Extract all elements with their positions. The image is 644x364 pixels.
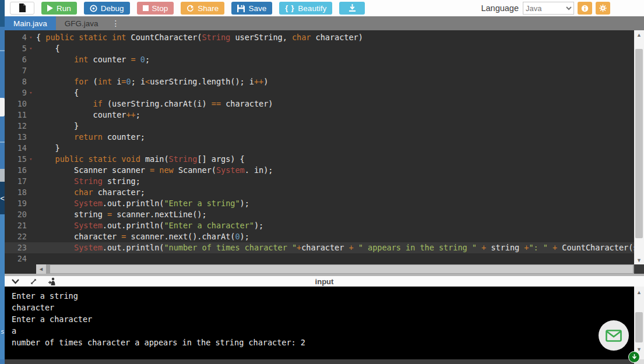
chat-button[interactable] (599, 320, 629, 351)
line-number: 10 (5, 98, 29, 109)
save-label: Save (248, 4, 266, 13)
code-text[interactable]: String string; (36, 176, 634, 187)
info-button[interactable] (578, 2, 592, 15)
code-text[interactable]: System.out.println("Enter a character"); (36, 220, 634, 231)
code-line[interactable]: 8 for (int i=0; i<userString.length(); i… (5, 76, 634, 87)
collapse-console-button[interactable] (12, 279, 19, 284)
fold-caret-icon[interactable]: ▾ (29, 32, 36, 43)
console-vertical-scrollbar[interactable]: ▲ ▼ (634, 287, 644, 359)
tab-gfg-java[interactable]: GFG.java (56, 16, 107, 30)
code-line[interactable]: 5▾ { (5, 43, 634, 54)
sidebar-segment (0, 27, 5, 98)
code-line[interactable]: 20 string = scanner.nextLine(); (5, 209, 634, 220)
code-text[interactable]: { public static int CountCharacter(Strin… (36, 32, 634, 43)
fold-gutter (29, 231, 36, 242)
code-text[interactable]: character = scanner.next().charAt(0); (36, 231, 634, 242)
save-button[interactable]: Save (231, 2, 272, 15)
code-line[interactable]: 7 (5, 65, 634, 76)
code-text[interactable]: Scanner scanner = new Scanner(System. in… (36, 165, 634, 176)
code-text[interactable]: int counter = 0; (36, 54, 634, 65)
tab-main-java[interactable]: Main.java (5, 16, 56, 30)
sidebar-divider (0, 50, 5, 51)
code-line[interactable]: 11 counter++; (5, 109, 634, 121)
code-text[interactable]: { (36, 43, 634, 54)
scroll-up-arrow[interactable]: ▲ (634, 288, 644, 296)
code-line[interactable]: 17 String string; (5, 176, 634, 187)
code-line[interactable]: 15▾ public static void main(String[] arg… (5, 154, 634, 165)
code-text[interactable]: for (int i=0; i<userString.length(); i++… (36, 76, 634, 87)
code-line[interactable]: 4▾{ public static int CountCharacter(Str… (5, 32, 634, 43)
code-text[interactable] (36, 65, 634, 76)
run-button[interactable]: Run (41, 2, 77, 15)
download-button[interactable] (339, 2, 365, 15)
code-line[interactable]: 22 character = scanner.next().charAt(0); (5, 231, 634, 242)
code-line[interactable]: 18 char character; (5, 187, 634, 198)
share-button[interactable]: Share (181, 2, 224, 15)
code-text[interactable] (36, 253, 634, 264)
console-vscroll-thumb[interactable] (635, 312, 643, 342)
editor-horizontal-scrollbar[interactable]: ◄ (5, 264, 634, 274)
scroll-up-arrow[interactable]: ▲ (634, 30, 644, 39)
editor-vscroll-thumb[interactable] (635, 49, 643, 238)
code-line[interactable]: 14 } (5, 143, 634, 154)
download-icon (349, 4, 356, 12)
settings-button[interactable] (596, 2, 610, 15)
code-line[interactable]: 16 Scanner scanner = new Scanner(System.… (5, 165, 634, 176)
code-line[interactable]: 6 int counter = 0; (5, 54, 634, 65)
stop-button[interactable]: Stop (137, 2, 174, 15)
code-line[interactable]: 23 System.out.println("number of times c… (5, 242, 634, 253)
scroll-left-arrow[interactable]: ◄ (36, 264, 46, 274)
code-editor[interactable]: 4▾{ public static int CountCharacter(Str… (5, 30, 634, 264)
fold-gutter (29, 109, 36, 121)
scroll-to-bottom-badge[interactable] (628, 351, 640, 363)
fold-caret-icon[interactable]: ▾ (29, 43, 36, 54)
info-icon (581, 4, 589, 13)
code-text[interactable]: public static void main(String[] args) { (36, 154, 634, 165)
code-line[interactable]: 24 (5, 253, 634, 264)
code-text[interactable]: string = scanner.nextLine(); (36, 209, 634, 220)
fold-gutter (29, 76, 36, 87)
console-output[interactable]: Enter a stringcharacterEnter a character… (5, 287, 634, 359)
scrollbar-corner (634, 264, 644, 274)
new-file-button[interactable] (10, 2, 34, 15)
expand-console-button[interactable] (30, 278, 37, 285)
fold-gutter (29, 143, 36, 154)
language-select[interactable]: Java (523, 2, 574, 15)
code-line[interactable]: 19 System.out.println("Enter a string"); (5, 198, 634, 209)
code-line[interactable]: 12 } (5, 121, 634, 132)
editor-vertical-scrollbar[interactable]: ▲ ▼ (634, 30, 644, 264)
fold-gutter (29, 176, 36, 187)
code-text[interactable]: } (36, 143, 634, 154)
save-icon (237, 5, 245, 12)
editor-hscroll-thumb[interactable] (50, 265, 633, 273)
copy-output-button[interactable] (48, 277, 56, 285)
tab-overflow-menu[interactable]: ⋮ (107, 16, 125, 30)
sidebar-collapse-button[interactable]: < (0, 182, 5, 214)
sidebar-handle[interactable] (0, 98, 5, 116)
collapsed-sidebar[interactable]: < s (0, 0, 5, 364)
debug-button[interactable]: Debug (84, 2, 130, 15)
code-text[interactable]: if (userString.charAt(i) == character) (36, 98, 634, 109)
beautify-button[interactable]: { } Beautify (279, 2, 332, 15)
code-text[interactable]: counter++; (36, 109, 634, 121)
scroll-down-arrow[interactable]: ▼ (634, 256, 644, 264)
console-line: character (12, 302, 634, 313)
code-line[interactable]: 9▾ { (5, 87, 634, 98)
code-text[interactable]: return counter; (36, 132, 634, 143)
code-text[interactable]: { (36, 87, 634, 98)
code-line[interactable]: 13 return counter; (5, 132, 634, 143)
toolbar: Run Debug Stop Share Save (5, 0, 644, 16)
line-number: 13 (5, 132, 29, 143)
console-line: a (12, 325, 634, 337)
code-line[interactable]: 10 if (userString.charAt(i) == character… (5, 98, 634, 109)
code-text[interactable]: } (36, 121, 634, 132)
code-line[interactable]: 21 System.out.println("Enter a character… (5, 220, 634, 231)
fold-caret-icon[interactable]: ▾ (29, 154, 36, 165)
code-text[interactable]: System.out.println("number of times char… (36, 242, 634, 253)
code-text[interactable]: char character; (36, 187, 634, 198)
fold-caret-icon[interactable]: ▾ (29, 87, 36, 98)
code-text[interactable]: System.out.println("Enter a string"); (36, 198, 634, 209)
sidebar-segment (0, 0, 5, 27)
input-bar[interactable]: input (5, 276, 644, 287)
hscroll-track[interactable] (46, 264, 634, 274)
